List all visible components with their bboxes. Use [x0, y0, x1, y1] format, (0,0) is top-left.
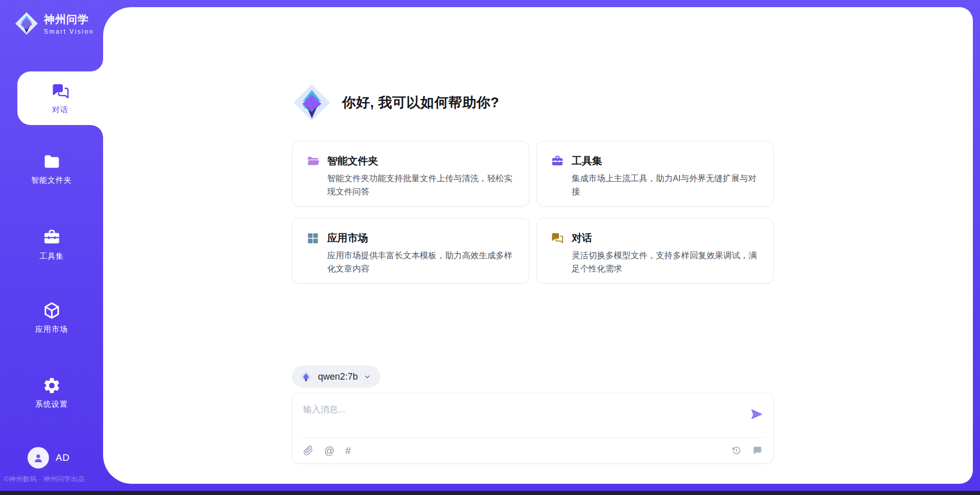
tab-curve-bottom [91, 125, 103, 137]
brand-title: 神州问学 [44, 12, 94, 27]
diamond-logo-icon [14, 11, 39, 36]
card-description: 智能文件夹功能支持批量文件上传与清洗，轻松实现文件问答 [327, 172, 515, 198]
tab-curve-top [91, 59, 103, 71]
card-smart-folder[interactable]: 智能文件夹 智能文件夹功能支持批量文件上传与清洗，轻松实现文件问答 [292, 141, 529, 207]
cube-icon [42, 301, 61, 320]
greeting-title: 你好, 我可以如何帮助你? [342, 93, 499, 112]
chat-icon [51, 82, 70, 101]
main-panel: 你好, 我可以如何帮助你? 智能文件夹 智能文件夹功能支持批量文件上传与清洗，轻… [103, 7, 973, 484]
briefcase-icon [551, 155, 564, 168]
sidebar-item-app-market[interactable]: 应用市场 [0, 301, 103, 334]
message-input[interactable] [292, 393, 731, 436]
app-root: 神州问学 Smart Vision 对话 智能文件夹 [0, 0, 980, 495]
hero: 你好, 我可以如何帮助你? [292, 83, 499, 122]
sidebar-item-label: 系统设置 [35, 400, 68, 409]
user-name: AD [56, 452, 69, 463]
diamond-logo-icon [292, 83, 332, 122]
send-icon[interactable] [749, 407, 764, 422]
card-title: 对话 [572, 231, 760, 244]
folder-open-icon [306, 155, 320, 168]
diamond-logo-icon [300, 370, 312, 383]
user-profile[interactable]: AD [28, 447, 69, 468]
card-description: 灵活切换多模型文件，支持多样回复效果调试，满足个性化需求 [572, 249, 760, 275]
sidebar-item-label: 对话 [52, 105, 68, 115]
sidebar-item-chat[interactable]: 对话 [17, 71, 103, 125]
paperclip-icon[interactable] [303, 445, 313, 456]
gear-icon [42, 376, 61, 395]
bottom-strip [0, 491, 980, 495]
folder-icon [42, 152, 61, 171]
card-description: 集成市场上主流工具，助力AI与外界无缝扩展与对接 [572, 172, 760, 198]
message-composer: @ # [292, 393, 774, 464]
sidebar-item-settings[interactable]: 系统设置 [0, 376, 103, 409]
card-description: 应用市场提供丰富长文本模板，助力高效生成多样化文章内容 [327, 249, 515, 275]
at-sign-icon[interactable]: @ [324, 445, 334, 456]
chat-icon [551, 232, 564, 245]
model-name: qwen2:7b [318, 372, 358, 382]
sidebar-item-label: 工具集 [39, 252, 64, 261]
person-icon [32, 451, 45, 464]
history-icon[interactable] [731, 445, 742, 456]
brand: 神州问学 Smart Vision [14, 11, 94, 36]
sidebar-item-label: 应用市场 [35, 325, 68, 334]
briefcase-icon [42, 228, 61, 247]
composer-toolbar: @ # [301, 437, 765, 463]
sidebar: 神州问学 Smart Vision 对话 智能文件夹 [0, 0, 103, 495]
card-title: 工具集 [572, 154, 760, 167]
grid-icon [306, 232, 320, 245]
sidebar-item-smart-folder[interactable]: 智能文件夹 [0, 152, 103, 185]
feature-cards: 智能文件夹 智能文件夹功能支持批量文件上传与清洗，轻松实现文件问答 工具集 集成… [292, 141, 774, 284]
card-toolset[interactable]: 工具集 集成市场上主流工具，助力AI与外界无缝扩展与对接 [536, 141, 774, 207]
card-title: 智能文件夹 [327, 154, 515, 167]
copyright-footer: ©神州数码 · 神州问学出品 [4, 475, 85, 484]
sidebar-item-toolset[interactable]: 工具集 [0, 228, 103, 261]
avatar [28, 447, 49, 468]
sidebar-item-label: 智能文件夹 [31, 176, 72, 185]
brand-subtitle: Smart Vision [44, 28, 94, 35]
model-selector[interactable]: qwen2:7b [292, 365, 380, 388]
chevron-down-icon [363, 373, 371, 381]
card-app-market[interactable]: 应用市场 应用市场提供丰富长文本模板，助力高效生成多样化文章内容 [292, 218, 529, 284]
card-title: 应用市场 [327, 231, 515, 244]
comment-icon[interactable] [752, 445, 763, 456]
hash-icon[interactable]: # [345, 445, 351, 456]
card-chat[interactable]: 对话 灵活切换多模型文件，支持多样回复效果调试，满足个性化需求 [536, 218, 774, 284]
